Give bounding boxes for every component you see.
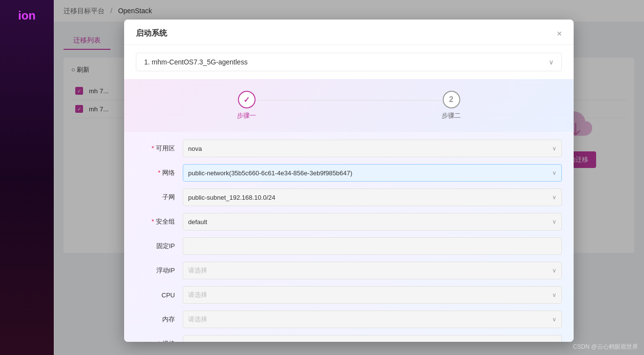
value-network: public-network(35b5c660-6c61-4e34-856e-3… [188, 169, 352, 177]
fixed-ip-input[interactable] [188, 243, 557, 250]
modal-close-button[interactable]: × [557, 29, 562, 38]
select-cpu[interactable]: 请选择 ∨ [183, 286, 562, 304]
chevron-cpu-icon: ∨ [552, 292, 557, 298]
field-subnet: 子网 public-subnet_192.168.10.0/24 ∨ [136, 188, 562, 206]
input-fixed-ip[interactable] [183, 237, 562, 255]
instance-selector[interactable]: 1. mhm-CentOS7.3_5G-agentless ∨ [136, 53, 562, 71]
chevron-security-icon: ∨ [552, 218, 557, 225]
field-fixed-ip: 固定IP [136, 237, 562, 255]
placeholder-floating-ip: 请选择 [188, 266, 207, 275]
label-memory: 内存 [136, 315, 175, 324]
select-subnet[interactable]: public-subnet_192.168.10.0/24 ∨ [183, 188, 562, 206]
placeholder-cpu: 请选择 [188, 291, 207, 299]
instance-chevron-icon: ∨ [549, 58, 554, 66]
label-network: 网络 [136, 168, 175, 177]
label-floating-ip: 浮动IP [136, 266, 175, 275]
step-connector [256, 100, 442, 101]
field-security-group: 安全组 default ∨ [136, 213, 562, 230]
chevron-spec-icon: ∨ [552, 340, 557, 342]
chevron-floating-icon: ∨ [552, 267, 557, 274]
chevron-subnet-icon: ∨ [552, 194, 557, 201]
modal-header: 启动系统 × [124, 20, 574, 45]
step-2-circle: 2 [443, 91, 460, 108]
main-content: 迁移目标平台 / OpenStack 迁移列表 ○ 刷新 ✓ mh 7... ✓… [54, 0, 644, 355]
value-available-zone: nova [188, 145, 202, 152]
instance-name: 1. mhm-CentOS7.3_5G-agentless [144, 58, 248, 66]
label-subnet: 子网 [136, 193, 175, 202]
placeholder-memory: 请选择 [188, 315, 207, 324]
select-network[interactable]: public-network(35b5c660-6c61-4e34-856e-3… [183, 164, 562, 182]
select-security-group[interactable]: default ∨ [183, 213, 562, 230]
select-available-zone[interactable]: nova ∨ [183, 140, 562, 157]
label-security-group: 安全组 [136, 217, 175, 226]
step-2-label: 步骤二 [442, 111, 461, 120]
field-cpu: CPU 请选择 ∨ [136, 286, 562, 304]
select-spec[interactable]: 1U1G ∨ [183, 335, 562, 342]
steps-container: ✓ 步骤一 2 步骤二 [124, 79, 574, 132]
select-memory[interactable]: 请选择 ∨ [183, 311, 562, 328]
watermark: CSDN @云心鹤眼观世界 [573, 343, 638, 351]
chevron-network-icon: ∨ [552, 169, 557, 176]
field-spec: 规格 1U1G ∨ [136, 335, 562, 342]
label-fixed-ip: 固定IP [136, 242, 175, 251]
value-subnet: public-subnet_192.168.10.0/24 [188, 194, 276, 201]
step-1: ✓ 步骤一 [237, 91, 256, 120]
step-1-label: 步骤一 [237, 111, 256, 120]
modal-dialog: 启动系统 × 1. mhm-CentOS7.3_5G-agentless ∨ ✓… [124, 20, 574, 342]
form-body: 可用区 nova ∨ 网络 public-network(35b5c660-6c… [124, 132, 574, 342]
field-network: 网络 public-network(35b5c660-6c61-4e34-856… [136, 164, 562, 182]
sidebar-logo: ion [18, 5, 36, 26]
modal-title: 启动系统 [136, 28, 167, 39]
label-spec: 规格 [136, 339, 175, 342]
field-floating-ip: 浮动IP 请选择 ∨ [136, 262, 562, 279]
value-spec: 1U1G [188, 340, 205, 342]
label-cpu: CPU [136, 292, 175, 299]
sidebar: ion [0, 0, 54, 355]
select-floating-ip[interactable]: 请选择 ∨ [183, 262, 562, 279]
modal-overlay: 启动系统 × 1. mhm-CentOS7.3_5G-agentless ∨ ✓… [54, 0, 644, 355]
label-available-zone: 可用区 [136, 144, 175, 153]
step-1-circle: ✓ [238, 91, 256, 108]
field-available-zone: 可用区 nova ∨ [136, 140, 562, 157]
step-2: 2 步骤二 [442, 91, 461, 120]
field-memory: 内存 请选择 ∨ [136, 311, 562, 328]
value-security-group: default [188, 218, 207, 226]
chevron-available-zone-icon: ∨ [552, 145, 557, 152]
chevron-memory-icon: ∨ [552, 316, 557, 323]
